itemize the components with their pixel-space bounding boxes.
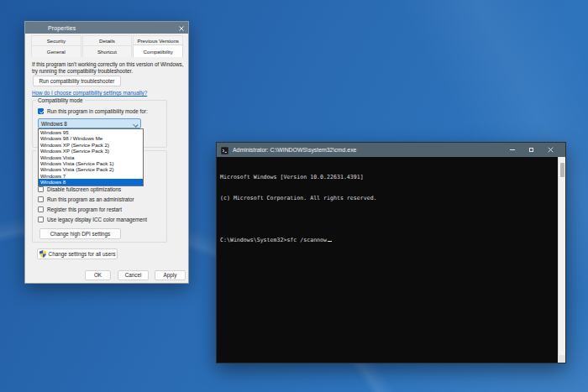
combobox-selected-value: Windows 8 bbox=[41, 121, 67, 127]
tab-details[interactable]: Details bbox=[82, 35, 133, 45]
checkbox-icon[interactable] bbox=[38, 206, 44, 212]
cmd-titlebar[interactable]: Administrator: C:\WINDOWS\system32\cmd.e… bbox=[217, 143, 565, 157]
register-restart-checkbox-row[interactable]: Register this program for restart bbox=[38, 206, 122, 212]
compatibility-mode-group-label: Compatibility mode bbox=[36, 97, 85, 103]
uac-shield-icon bbox=[39, 250, 46, 258]
run-troubleshooter-button[interactable]: Run compatibility troubleshooter bbox=[33, 76, 121, 86]
compat-mode-checkbox-label: Run this program in compatibility mode f… bbox=[47, 108, 148, 114]
all-users-button-label: Change settings for all users bbox=[49, 251, 116, 257]
console-line: (c) Microsoft Corporation. All rights re… bbox=[220, 195, 558, 201]
compat-mode-dropdown-list: Windows 95 Windows 98 / Windows Me Windo… bbox=[38, 128, 144, 186]
scrollbar-thumb[interactable] bbox=[560, 163, 565, 177]
apply-button[interactable]: Apply bbox=[155, 270, 186, 280]
checkbox-icon[interactable] bbox=[38, 186, 44, 192]
text-cursor bbox=[328, 241, 332, 243]
tab-shortcut[interactable]: Shortcut bbox=[82, 45, 133, 57]
dropdown-item[interactable]: Windows 95 bbox=[39, 129, 143, 135]
console-line bbox=[220, 216, 558, 222]
dropdown-item[interactable]: Windows Vista bbox=[39, 154, 143, 160]
console-prompt-text: C:\Windows\System32>sfc /scannow bbox=[220, 237, 327, 243]
cmd-app-icon bbox=[221, 143, 228, 158]
chevron-down-icon bbox=[133, 123, 137, 127]
dialog-titlebar[interactable]: Properties bbox=[25, 22, 188, 34]
change-high-dpi-button[interactable]: Change high DPI settings bbox=[39, 228, 121, 239]
checkbox-icon[interactable] bbox=[38, 217, 44, 222]
dropdown-item[interactable]: Windows 98 / Windows Me bbox=[39, 135, 143, 141]
tab-row-2: General Shortcut Compatibility bbox=[31, 45, 184, 57]
checkbox-label: Disable fullscreen optimizations bbox=[47, 186, 121, 192]
dropdown-item[interactable]: Windows XP (Service Pack 2) bbox=[39, 142, 143, 148]
maximize-icon[interactable] bbox=[522, 143, 541, 157]
resize-grip[interactable] bbox=[558, 355, 565, 363]
ok-button[interactable]: OK bbox=[85, 270, 111, 280]
compat-settings-help-link[interactable]: How do I choose compatibility settings m… bbox=[32, 90, 147, 96]
cancel-button[interactable]: Cancel bbox=[118, 270, 149, 280]
console-scrollbar[interactable] bbox=[558, 157, 565, 363]
close-icon[interactable] bbox=[541, 143, 560, 157]
dialog-title: Properties bbox=[48, 25, 76, 31]
minimize-icon[interactable] bbox=[502, 143, 522, 157]
fullscreen-optimizations-checkbox-row[interactable]: Disable fullscreen optimizations bbox=[38, 186, 121, 192]
tab-general[interactable]: General bbox=[31, 45, 81, 57]
console-line: Microsoft Windows [Version 10.0.22631.43… bbox=[220, 174, 558, 180]
compatibility-intro-text: If this program isn't working correctly … bbox=[32, 61, 186, 75]
dropdown-item[interactable]: Windows XP (Service Pack 3) bbox=[39, 148, 143, 154]
legacy-icc-checkbox-row[interactable]: Use legacy display ICC color management bbox=[38, 217, 147, 222]
dropdown-item[interactable]: Windows Vista (Service Pack 1) bbox=[39, 160, 143, 166]
compat-mode-checkbox-row[interactable]: Run this program in compatibility mode f… bbox=[38, 108, 148, 114]
dropdown-item[interactable]: Windows 7 bbox=[39, 173, 143, 179]
cmd-window: Administrator: C:\WINDOWS\system32\cmd.e… bbox=[216, 142, 566, 363]
checkbox-icon[interactable] bbox=[38, 196, 44, 202]
tab-security[interactable]: Security bbox=[31, 35, 81, 45]
compat-mode-combobox[interactable]: Windows 8 bbox=[38, 118, 141, 128]
properties-dialog: Properties Security Details Previous Ver… bbox=[24, 21, 189, 284]
dropdown-item[interactable]: Windows Vista (Service Pack 2) bbox=[39, 166, 143, 172]
cmd-window-title: Administrator: C:\WINDOWS\system32\cmd.e… bbox=[233, 147, 356, 153]
cmd-window-controls bbox=[502, 143, 560, 157]
close-icon[interactable] bbox=[177, 24, 185, 32]
tab-compatibility[interactable]: Compatibility bbox=[133, 44, 183, 57]
change-settings-all-users-button[interactable]: Change settings for all users bbox=[37, 248, 118, 259]
console-output[interactable]: Microsoft Windows [Version 10.0.22631.43… bbox=[217, 157, 558, 363]
run-as-admin-checkbox-row[interactable]: Run this program as an administrator bbox=[38, 196, 134, 202]
checkbox-label: Register this program for restart bbox=[47, 206, 122, 212]
checkbox-label: Use legacy display ICC color management bbox=[47, 217, 147, 222]
dropdown-item-selected[interactable]: Windows 8 bbox=[39, 179, 143, 185]
checkbox-checked-icon[interactable] bbox=[38, 108, 44, 114]
console-prompt-line: C:\Windows\System32>sfc /scannow bbox=[220, 237, 558, 243]
checkbox-label: Run this program as an administrator bbox=[47, 196, 134, 202]
